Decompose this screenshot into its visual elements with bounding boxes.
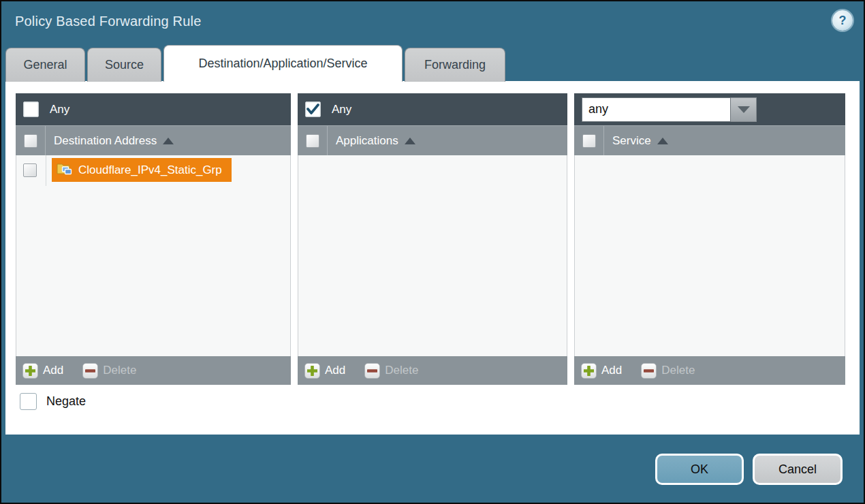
destination-header-label: Destination Address xyxy=(54,134,157,148)
tab-general[interactable]: General xyxy=(5,48,85,82)
delete-minus-icon xyxy=(364,363,380,379)
applications-any-checkbox[interactable] xyxy=(305,101,321,117)
ok-button[interactable]: OK xyxy=(655,454,744,485)
applications-column-header[interactable]: Applications xyxy=(298,125,567,155)
tab-source-label: Source xyxy=(105,58,144,72)
destination-toolbar: Add Delete xyxy=(16,356,291,385)
add-plus-icon xyxy=(581,363,597,379)
destination-address-item-label: Cloudflare_IPv4_Static_Grp xyxy=(78,163,222,177)
applications-select-all-checkbox[interactable] xyxy=(306,134,319,148)
tab-das-label: Destination/Application/Service xyxy=(198,57,367,71)
tab-general-label: General xyxy=(23,58,67,72)
tab-forwarding[interactable]: Forwarding xyxy=(405,48,505,82)
destination-any-checkbox[interactable] xyxy=(23,101,39,117)
applications-any-label: Any xyxy=(332,103,351,116)
help-icon[interactable]: ? xyxy=(832,10,853,31)
destination-address-panel: Any Destination Address xyxy=(16,93,291,385)
applications-add-label: Add xyxy=(325,364,345,377)
service-type-header: any xyxy=(574,93,845,125)
destination-add-label: Add xyxy=(43,364,63,377)
add-plus-icon xyxy=(304,363,320,379)
tab-destination-application-service[interactable]: Destination/Application/Service xyxy=(163,45,403,82)
policy-based-forwarding-dialog: Policy Based Forwarding Rule ? General S… xyxy=(0,0,865,504)
service-add-label: Add xyxy=(601,364,622,377)
service-column-header[interactable]: Service xyxy=(574,125,845,155)
sort-ascending-icon xyxy=(163,138,174,144)
service-panel: any Service xyxy=(574,93,845,385)
applications-toolbar: Add Delete xyxy=(298,356,567,385)
help-icon-glyph: ? xyxy=(839,14,847,28)
applications-panel: Any Applications Add xyxy=(298,93,567,385)
negate-checkbox[interactable] xyxy=(20,393,37,410)
delete-minus-icon xyxy=(641,363,657,379)
service-header-label: Service xyxy=(612,134,651,148)
negate-option: Negate xyxy=(20,393,86,410)
service-select-all-checkbox[interactable] xyxy=(582,134,596,148)
applications-any-header: Any xyxy=(298,93,567,125)
sort-ascending-icon xyxy=(657,138,668,144)
service-delete-button[interactable]: Delete xyxy=(641,363,695,379)
cancel-button-label: Cancel xyxy=(778,462,817,477)
destination-address-item[interactable]: Cloudflare_IPv4_Static_Grp xyxy=(52,158,232,182)
applications-header-label: Applications xyxy=(336,134,398,148)
dropdown-button[interactable] xyxy=(731,97,757,122)
destination-column-header[interactable]: Destination Address xyxy=(16,125,291,155)
address-group-icon xyxy=(57,161,73,178)
negate-label: Negate xyxy=(46,394,86,409)
destination-any-header: Any xyxy=(16,93,291,125)
destination-delete-button[interactable]: Delete xyxy=(82,363,136,379)
service-add-button[interactable]: Add xyxy=(581,363,622,379)
applications-delete-button[interactable]: Delete xyxy=(364,363,418,379)
service-delete-label: Delete xyxy=(661,364,695,377)
service-type-dropdown[interactable]: any xyxy=(582,97,757,122)
chevron-down-icon xyxy=(738,106,750,113)
tab-bar: General Source Destination/Application/S… xyxy=(5,45,505,82)
cancel-button[interactable]: Cancel xyxy=(753,454,843,485)
table-row[interactable]: Cloudflare_IPv4_Static_Grp xyxy=(16,155,290,185)
add-plus-icon xyxy=(22,363,38,379)
tab-forwarding-label: Forwarding xyxy=(424,58,486,72)
dialog-title: Policy Based Forwarding Rule xyxy=(15,14,202,29)
ok-button-label: OK xyxy=(691,462,708,477)
row-checkbox[interactable] xyxy=(23,163,37,177)
service-toolbar: Add Delete xyxy=(574,356,845,385)
dialog-actions: OK Cancel xyxy=(655,454,843,485)
delete-minus-icon xyxy=(82,363,98,379)
service-type-value[interactable]: any xyxy=(582,97,731,122)
destination-add-button[interactable]: Add xyxy=(22,363,63,379)
destination-list: Cloudflare_IPv4_Static_Grp xyxy=(16,155,291,356)
destination-any-label: Any xyxy=(50,103,69,116)
sort-ascending-icon xyxy=(405,138,415,144)
destination-select-all-checkbox[interactable] xyxy=(24,134,37,148)
tab-source[interactable]: Source xyxy=(87,48,161,82)
tab-content-panel: Any Destination Address xyxy=(5,81,860,435)
applications-delete-label: Delete xyxy=(385,364,418,377)
service-list xyxy=(574,155,845,356)
applications-add-button[interactable]: Add xyxy=(304,363,345,379)
checkmark-icon xyxy=(306,104,319,115)
destination-delete-label: Delete xyxy=(103,364,136,377)
applications-list xyxy=(298,155,567,356)
